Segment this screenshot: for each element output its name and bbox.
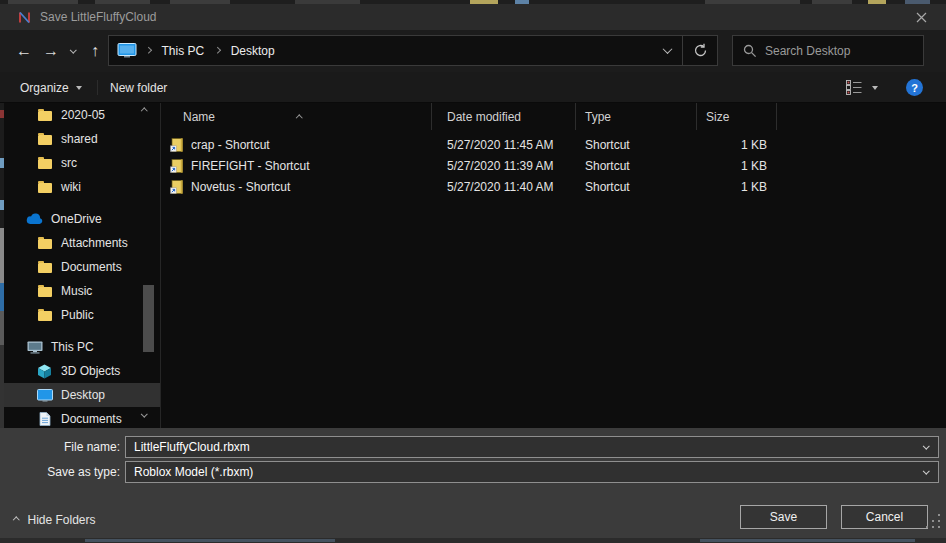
background-artifact bbox=[0, 228, 4, 283]
file-date-modified: 5/27/2020 11:40 AM bbox=[432, 180, 576, 194]
file-row-novetus-shortcut[interactable]: Novetus - Shortcut 5/27/2020 11:40 AM Sh… bbox=[161, 176, 946, 197]
details-view-icon bbox=[846, 80, 863, 95]
breadcrumb-separator-icon bbox=[145, 47, 151, 53]
save-as-type-label: Save as type: bbox=[0, 461, 120, 483]
titlebar: Save LittleFluffyCloud bbox=[0, 4, 946, 30]
sidebar-item-src[interactable]: src bbox=[0, 151, 160, 175]
sidebar-item-label: wiki bbox=[61, 180, 81, 194]
sidebar-item-shared[interactable]: shared bbox=[0, 127, 160, 151]
help-button[interactable]: ? bbox=[906, 79, 923, 96]
background-artifact bbox=[0, 345, 4, 428]
save-button[interactable]: Save bbox=[740, 505, 827, 529]
column-header-type[interactable]: Type bbox=[576, 103, 697, 130]
sidebar-item-documents[interactable]: Documents bbox=[0, 255, 160, 279]
window-title: Save LittleFluffyCloud bbox=[40, 4, 157, 30]
background-window-bottom-edge bbox=[0, 538, 946, 543]
column-header-date-modified[interactable]: Date modified bbox=[432, 103, 576, 130]
back-button[interactable]: ← bbox=[10, 30, 38, 72]
folder-icon bbox=[36, 285, 53, 297]
sidebar-item-documents-thispc[interactable]: Documents bbox=[0, 407, 160, 428]
save-as-type-select[interactable]: Roblox Model (*.rbxm) bbox=[125, 461, 939, 483]
address-bar[interactable]: This PC Desktop bbox=[108, 35, 718, 66]
file-name-combo[interactable] bbox=[125, 436, 939, 458]
search-box[interactable] bbox=[732, 35, 924, 66]
address-dropdown-button[interactable] bbox=[652, 36, 682, 65]
file-name-label: File name: bbox=[0, 436, 120, 458]
sidebar-scrollbar-thumb[interactable] bbox=[143, 285, 154, 352]
file-size: 1 KB bbox=[697, 159, 777, 173]
sidebar-item-music[interactable]: Music bbox=[0, 279, 160, 303]
search-input[interactable] bbox=[765, 36, 923, 65]
document-icon bbox=[36, 412, 53, 426]
breadcrumb-desktop[interactable]: Desktop bbox=[229, 44, 277, 58]
desktop-icon bbox=[36, 389, 53, 402]
sidebar-item-label: OneDrive bbox=[51, 212, 102, 226]
save-dialog-footer: File name: Save as type: Roblox Model (*… bbox=[0, 428, 946, 538]
file-name-input[interactable] bbox=[126, 440, 914, 454]
sidebar-item-desktop[interactable]: Desktop bbox=[0, 383, 160, 407]
background-artifact bbox=[700, 539, 915, 542]
background-artifact bbox=[0, 110, 4, 118]
change-view-button[interactable] bbox=[846, 72, 878, 103]
file-row-firefight-shortcut[interactable]: FIREFIGHT - Shortcut 5/27/2020 11:39 AM … bbox=[161, 155, 946, 176]
up-one-level-button[interactable]: ↑ bbox=[82, 30, 108, 72]
chevron-down-icon bbox=[923, 442, 929, 448]
sidebar-item-this-pc[interactable]: This PC bbox=[0, 335, 160, 359]
save-as-type-dropdown-button[interactable] bbox=[914, 470, 938, 475]
recent-locations-button[interactable] bbox=[64, 30, 82, 72]
new-folder-label: New folder bbox=[110, 81, 167, 95]
cancel-button[interactable]: Cancel bbox=[841, 505, 928, 529]
sidebar-item-public[interactable]: Public bbox=[0, 303, 160, 327]
onedrive-cloud-icon bbox=[26, 213, 43, 225]
file-name: FIREFIGHT - Shortcut bbox=[191, 159, 309, 173]
column-header-label: Date modified bbox=[447, 110, 521, 124]
file-row-crap-shortcut[interactable]: crap - Shortcut 5/27/2020 11:45 AM Short… bbox=[161, 134, 946, 155]
file-date-modified: 5/27/2020 11:45 AM bbox=[432, 138, 576, 152]
hide-folders-label: Hide Folders bbox=[28, 513, 96, 527]
navigation-bar: ← → ↑ This PC Desktop bbox=[0, 30, 946, 72]
breadcrumb-this-pc[interactable]: This PC bbox=[160, 44, 207, 58]
sidebar-item-label: shared bbox=[61, 132, 98, 146]
column-header-label: Name bbox=[183, 110, 215, 124]
sidebar-item-2020-05[interactable]: 2020-05 bbox=[0, 103, 160, 127]
sidebar-item-3d-objects[interactable]: 3D Objects bbox=[0, 359, 160, 383]
background-window-left-edge bbox=[0, 103, 4, 428]
sidebar-item-label: 2020-05 bbox=[61, 108, 105, 122]
sidebar-item-attachments[interactable]: Attachments bbox=[0, 231, 160, 255]
sidebar-item-label: Music bbox=[61, 284, 92, 298]
new-folder-button[interactable]: New folder bbox=[110, 72, 167, 103]
close-icon bbox=[916, 12, 927, 23]
column-header-name[interactable]: Name bbox=[161, 103, 432, 130]
close-button[interactable] bbox=[904, 4, 938, 30]
organize-label: Organize bbox=[20, 81, 69, 95]
sidebar-item-label: This PC bbox=[51, 340, 94, 354]
sidebar-item-label: Desktop bbox=[61, 388, 105, 402]
file-type: Shortcut bbox=[576, 138, 697, 152]
sidebar-item-label: 3D Objects bbox=[61, 364, 120, 378]
file-type: Shortcut bbox=[576, 159, 697, 173]
hide-folders-button[interactable]: Hide Folders bbox=[14, 508, 96, 532]
sidebar-item-label: Public bbox=[61, 308, 94, 322]
folder-icon bbox=[36, 261, 53, 273]
folder-icon bbox=[36, 109, 53, 121]
resize-grip[interactable] bbox=[926, 514, 940, 528]
file-date-modified: 5/27/2020 11:39 AM bbox=[432, 159, 576, 173]
desktop-location-icon bbox=[117, 43, 137, 58]
3d-cube-icon bbox=[36, 364, 53, 379]
organize-button[interactable]: Organize bbox=[20, 72, 82, 103]
navigation-pane: 2020-05 shared src wiki OneDrive Attachm… bbox=[0, 103, 160, 428]
refresh-button[interactable] bbox=[683, 36, 717, 65]
sidebar-item-wiki[interactable]: wiki bbox=[0, 175, 160, 199]
sidebar-item-onedrive[interactable]: OneDrive bbox=[0, 207, 160, 231]
column-header-size[interactable]: Size bbox=[697, 103, 777, 130]
forward-button[interactable]: → bbox=[38, 30, 64, 72]
folder-icon bbox=[36, 133, 53, 145]
column-header-label: Type bbox=[585, 110, 611, 124]
file-name-dropdown-button[interactable] bbox=[914, 445, 938, 450]
shortcut-file-icon bbox=[170, 159, 184, 173]
chevron-up-icon bbox=[13, 517, 19, 523]
command-toolbar: Organize New folder ? bbox=[0, 72, 946, 103]
file-name: crap - Shortcut bbox=[191, 138, 270, 152]
shortcut-file-icon bbox=[170, 138, 184, 152]
folder-icon bbox=[36, 237, 53, 249]
